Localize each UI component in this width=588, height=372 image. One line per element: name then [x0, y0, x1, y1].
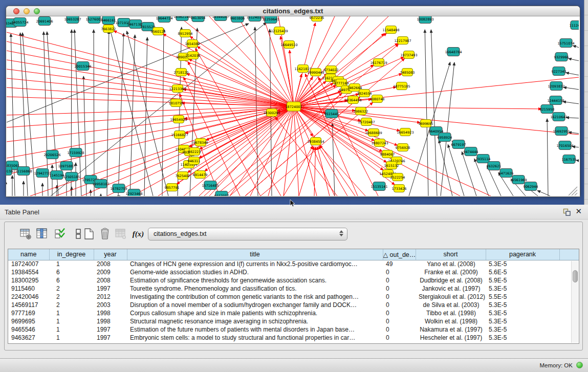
table-cell[interactable]: 9465546 — [8, 325, 49, 334]
table-cell[interactable]: 0 — [383, 325, 416, 334]
column-header-name[interactable]: name — [8, 249, 49, 260]
table-cell[interactable]: 19384554 — [8, 268, 49, 276]
table-cell[interactable]: Estimation of the future numbers of pati… — [127, 325, 383, 334]
citation-edge-red[interactable] — [7, 87, 294, 106]
citation-edge-black[interactable] — [462, 151, 476, 196]
table-cell[interactable]: 5.3E-5 — [486, 317, 559, 325]
citation-edge-black[interactable] — [107, 31, 109, 196]
table-cell[interactable]: 5.3E-5 — [486, 260, 559, 268]
column-header-short[interactable]: short — [416, 249, 486, 260]
table-cell[interactable]: 0 — [383, 293, 416, 301]
citation-edge-red[interactable] — [184, 77, 240, 196]
citation-edge-red[interactable] — [7, 106, 294, 115]
table-cell[interactable]: 0 — [383, 301, 416, 309]
delete-column-button[interactable] — [98, 227, 112, 240]
table-cell[interactable]: Hescheler et al. (1997) — [416, 334, 486, 342]
window-titlebar[interactable]: citations_edges.txt — [6, 6, 580, 16]
table-row[interactable]: 911546021997Tourette syndrome. Phenomeno… — [8, 285, 579, 293]
citation-edge-black[interactable] — [563, 102, 579, 104]
table-cell[interactable]: Disruption of a novel member of a sodium… — [127, 301, 383, 309]
table-cell[interactable]: 18300295 — [8, 276, 49, 285]
citation-edge-black[interactable] — [71, 30, 72, 196]
citation-edge-black[interactable] — [110, 29, 153, 196]
new-column-button[interactable] — [82, 227, 96, 240]
citation-edge-black[interactable] — [569, 132, 579, 134]
close-panel-icon[interactable]: ✕ — [575, 207, 582, 216]
table-cell[interactable]: Investigating the contribution of common… — [127, 293, 383, 301]
citation-edge-black[interactable] — [566, 118, 579, 118]
citation-edge-red[interactable] — [189, 59, 294, 106]
table-cell[interactable]: 1998 — [94, 309, 127, 317]
citation-edge-red[interactable] — [7, 60, 294, 106]
citation-edge-black[interactable] — [576, 160, 579, 161]
table-row[interactable]: 946362711997Embryonic stem cells: a mode… — [8, 334, 579, 342]
table-cell[interactable]: 0 — [383, 268, 416, 276]
table-row[interactable]: 2242004622012Investigating the contribut… — [8, 293, 579, 301]
table-cell[interactable]: Franke et al. (2009) — [416, 268, 486, 276]
column-header-title[interactable]: title — [127, 249, 383, 260]
table-cell[interactable]: Yano et al. (2008) — [416, 260, 486, 268]
column-header-pagerank[interactable]: pagerank — [486, 249, 559, 260]
citation-edge-red[interactable] — [7, 69, 294, 106]
column-header-year[interactable]: year — [94, 249, 127, 260]
column-header-out_de[interactable]: △ out_de… — [383, 249, 416, 260]
table-row[interactable]: 1938455462009Genome-wide association stu… — [8, 268, 579, 276]
citation-edge-red[interactable] — [299, 147, 314, 196]
citation-edge-black[interactable] — [162, 29, 164, 196]
table-cell[interactable]: 2 — [49, 301, 94, 309]
citation-edge-red[interactable] — [7, 106, 294, 174]
table-cell[interactable]: 5.3E-5 — [486, 309, 559, 317]
table-cell[interactable]: 2009 — [94, 268, 127, 276]
citation-edge-black[interactable] — [7, 24, 249, 122]
table-cell[interactable]: 2012 — [94, 293, 127, 301]
resize-grip-icon[interactable] — [575, 193, 577, 195]
table-cell[interactable]: 1 — [49, 309, 94, 317]
table-row[interactable]: 977716911998Corpus callosum shape and si… — [8, 309, 579, 317]
table-cell[interactable]: 1 — [49, 260, 94, 268]
table-cell[interactable]: 2 — [49, 293, 94, 301]
function-builder-button[interactable]: f(x) — [132, 227, 145, 240]
table-cell[interactable]: 5.3E-5 — [486, 325, 559, 334]
table-cell[interactable]: 0 — [383, 317, 416, 325]
table-cell[interactable]: 9463627 — [8, 334, 49, 342]
citation-edge-red[interactable] — [290, 50, 294, 106]
table-cell[interactable]: Structural magnetic resonance image aver… — [127, 317, 383, 325]
table-cell[interactable]: Jankovic et al. (1997) — [416, 285, 486, 293]
table-cell[interactable]: 5.5E-5 — [486, 293, 559, 301]
table-row[interactable]: 1456911722003Disruption of a novel membe… — [8, 301, 579, 309]
table-cell[interactable]: 5.9E-5 — [486, 276, 559, 285]
table-cell[interactable]: Wolkin et al. (1998) — [416, 317, 486, 325]
network-canvas[interactable]: 9634254140557242069140610653287152760029… — [6, 16, 580, 196]
citation-edge-red[interactable] — [294, 16, 335, 106]
table-cell[interactable]: 0 — [383, 309, 416, 317]
table-cell[interactable]: Estimation of significance thresholds fo… — [127, 276, 383, 285]
table-cell[interactable]: Tibbo et al. (1998) — [416, 309, 486, 317]
table-cell[interactable]: 2008 — [94, 276, 127, 285]
table-cell[interactable]: 9777169 — [8, 309, 49, 317]
table-cell[interactable]: 14569117 — [8, 301, 49, 309]
citation-edge-black[interactable] — [569, 58, 579, 61]
table-cell[interactable]: 6 — [49, 268, 94, 276]
table-cell[interactable]: Changes of HCN gene expression and I(f) … — [127, 260, 383, 268]
table-cell[interactable]: 9699695 — [8, 317, 49, 325]
citation-edge-black[interactable] — [425, 30, 428, 196]
table-cell[interactable]: Stergiakouli et al. (2012) — [416, 293, 486, 301]
table-cell[interactable]: 1997 — [94, 325, 127, 334]
table-cell[interactable]: Tourette syndrome. Phenomenology and cla… — [127, 285, 383, 293]
float-panel-icon[interactable] — [563, 208, 571, 216]
table-cell[interactable]: 9115460 — [8, 285, 49, 293]
citation-edge-black[interactable] — [255, 27, 258, 196]
table-cell[interactable]: 18724007 — [8, 260, 49, 268]
table-scrollbar-thumb[interactable] — [573, 270, 578, 282]
table-cell[interactable]: 1997 — [94, 285, 127, 293]
citation-edge-black[interactable] — [547, 119, 548, 196]
table-cell[interactable]: 49 — [383, 260, 416, 268]
table-cell[interactable]: 0 — [383, 276, 416, 285]
network-graph[interactable]: 9634254140557242069140610653287152760029… — [6, 16, 579, 196]
citation-edge-red[interactable] — [205, 106, 294, 171]
table-row[interactable]: 946554611997Estimation of the future num… — [8, 325, 579, 334]
table-cell[interactable]: 1 — [49, 325, 94, 334]
table-cell[interactable]: 1 — [49, 334, 94, 342]
table-cell[interactable]: 5.6E-5 — [486, 268, 559, 276]
citation-edge-red[interactable] — [294, 106, 299, 196]
